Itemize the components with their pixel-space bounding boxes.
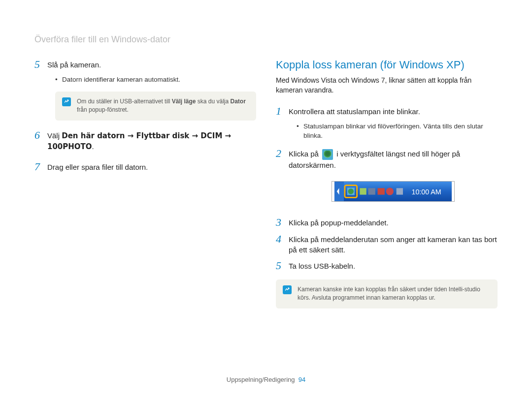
svg-rect-1 [334, 182, 344, 201]
sub-text: Datorn identiﬁerar kameran automatiskt. [62, 75, 180, 85]
step-7-left: 7 Drag eller spara ﬁler till datorn. [34, 161, 256, 173]
step-number: 6 [34, 129, 47, 152]
step-5-left: 5 Slå på kameran. [34, 59, 256, 70]
note-text: Om du ställer in USB-alternativet till V… [77, 97, 249, 115]
step-text: Klicka på popup-meddelandet. [289, 216, 389, 228]
step-number: 4 [276, 233, 289, 255]
note-text: Kameran kanske inte kan kopplas från säk… [298, 285, 491, 303]
page-title: Överföra ﬁler till en Windows-dator [34, 34, 498, 45]
step-number: 5 [276, 260, 289, 272]
bullet-icon: • [55, 75, 62, 85]
svg-point-4 [348, 188, 354, 194]
step-number: 7 [34, 161, 47, 173]
svg-rect-5 [360, 188, 366, 194]
taskbar-time: 10:00 AM [411, 187, 441, 195]
step-number: 2 [276, 148, 289, 170]
left-column: 5 Slå på kameran. • Datorn identiﬁerar k… [34, 59, 256, 317]
step-6-left: 6 Välj Den här datorn → Flyttbar disk → … [34, 129, 256, 152]
right-column: Koppla loss kameran (för Windows XP) Med… [276, 59, 498, 317]
taskbar-screenshot: 10:00 AM [276, 175, 498, 210]
step-text: Klicka på meddelanderutan som anger att … [289, 233, 498, 255]
sub-text: Statuslampan blinkar vid ﬁlöverföringen.… [303, 122, 498, 141]
step-number: 1 [276, 105, 289, 117]
step-text: Klicka på i verktygsfältet längst ned ti… [289, 148, 498, 170]
step-text: Slå på kameran. [47, 59, 101, 70]
step-text: Ta loss USB-kabeln. [289, 260, 355, 272]
svg-point-8 [386, 187, 394, 195]
step-number: 5 [34, 59, 47, 70]
note-icon [62, 97, 71, 106]
step-text: Drag eller spara ﬁler till datorn. [47, 161, 148, 173]
step-5-right: 5 Ta loss USB-kabeln. [276, 260, 498, 272]
step-2-right: 2 Klicka på i verktygsfältet längst ned … [276, 148, 498, 170]
step-1-sub: • Statuslampan blinkar vid ﬁlöverföringe… [276, 122, 498, 141]
footer-section: Uppspelning/Redigering [227, 376, 295, 383]
content-columns: 5 Slå på kameran. • Datorn identiﬁerar k… [34, 59, 498, 317]
svg-rect-7 [378, 188, 385, 194]
svg-rect-6 [368, 188, 375, 194]
safely-remove-icon [322, 149, 333, 160]
page-footer: Uppspelning/Redigering 94 [0, 376, 532, 383]
footer-page-number: 94 [299, 376, 305, 383]
bullet-icon: • [297, 122, 303, 141]
section-heading: Koppla loss kameran (för Windows XP) [276, 59, 498, 71]
step-text: Kontrollera att statuslampan inte blinka… [289, 105, 420, 117]
step-1-right: 1 Kontrollera att statuslampan inte blin… [276, 105, 498, 117]
section-intro: Med Windows Vista och Windows 7, liknar … [276, 75, 498, 95]
note-box-intelli: Kameran kanske inte kan kopplas från säk… [276, 279, 498, 308]
note-icon [283, 285, 292, 294]
step-text: Välj Den här datorn → Flyttbar disk → DC… [47, 129, 256, 152]
svg-rect-9 [397, 188, 403, 194]
note-box-usb: Om du ställer in USB-alternativet till V… [55, 92, 256, 121]
step-number: 3 [276, 216, 289, 228]
step-3-right: 3 Klicka på popup-meddelandet. [276, 216, 498, 228]
step-5-sub: • Datorn identiﬁerar kameran automatiskt… [34, 75, 256, 85]
step-4-right: 4 Klicka på meddelanderutan som anger at… [276, 233, 498, 255]
